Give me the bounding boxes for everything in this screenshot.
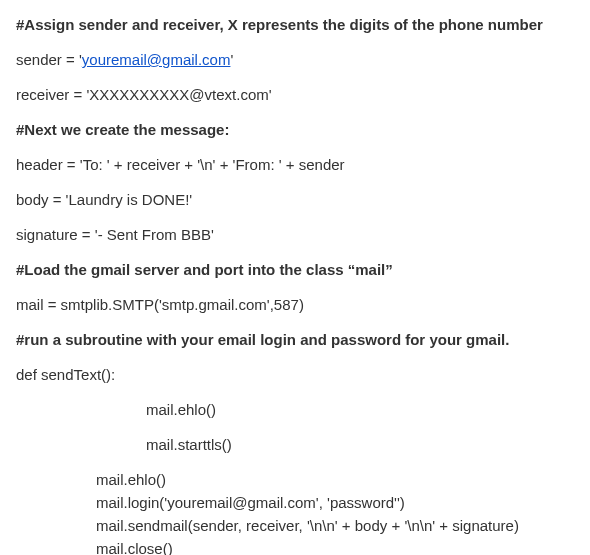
code-sendmail: mail.sendmail(sender, receiver, '\n\n' +… — [16, 515, 574, 536]
code-login: mail.login('youremail@gmail.com', 'passw… — [16, 492, 574, 513]
code-def: def sendText(): — [16, 364, 574, 385]
text-part: ' — [230, 51, 233, 68]
text-part: sender = ' — [16, 51, 82, 68]
comment-message: #Next we create the message: — [16, 119, 574, 140]
comment-subroutine: #run a subroutine with your email login … — [16, 329, 574, 350]
code-body: body = 'Laundry is DONE!' — [16, 189, 574, 210]
code-starttls: mail.starttls() — [16, 434, 574, 455]
code-sender: sender = 'youremail@gmail.com' — [16, 49, 574, 70]
code-mail: mail = smtplib.SMTP('smtp.gmail.com',587… — [16, 294, 574, 315]
code-close: mail.close() — [16, 538, 574, 555]
email-link[interactable]: youremail@gmail.com — [82, 51, 231, 68]
comment-assign: #Assign sender and receiver, X represent… — [16, 14, 574, 35]
comment-load: #Load the gmail server and port into the… — [16, 259, 574, 280]
code-header: header = 'To: ' + receiver + '\n' + 'Fro… — [16, 154, 574, 175]
code-ehlo-1: mail.ehlo() — [16, 399, 574, 420]
code-signature: signature = '- Sent From BBB' — [16, 224, 574, 245]
code-receiver: receiver = 'XXXXXXXXXX@vtext.com' — [16, 84, 574, 105]
code-ehlo-2: mail.ehlo() — [16, 469, 574, 490]
